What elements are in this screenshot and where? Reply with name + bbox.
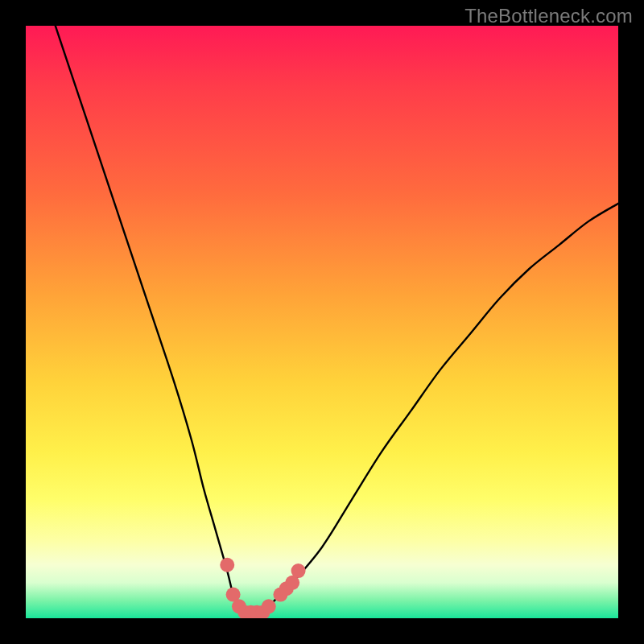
chart-svg (26, 26, 618, 618)
curve-marker (220, 558, 234, 572)
bottleneck-curve-markers (220, 558, 305, 618)
outer-frame: TheBottleneck.com (0, 0, 644, 644)
watermark-text: TheBottleneck.com (464, 5, 633, 27)
curve-marker (262, 599, 276, 613)
chart-plot-area (26, 26, 618, 618)
bottleneck-curve-line (56, 26, 618, 613)
curve-marker (291, 564, 306, 578)
